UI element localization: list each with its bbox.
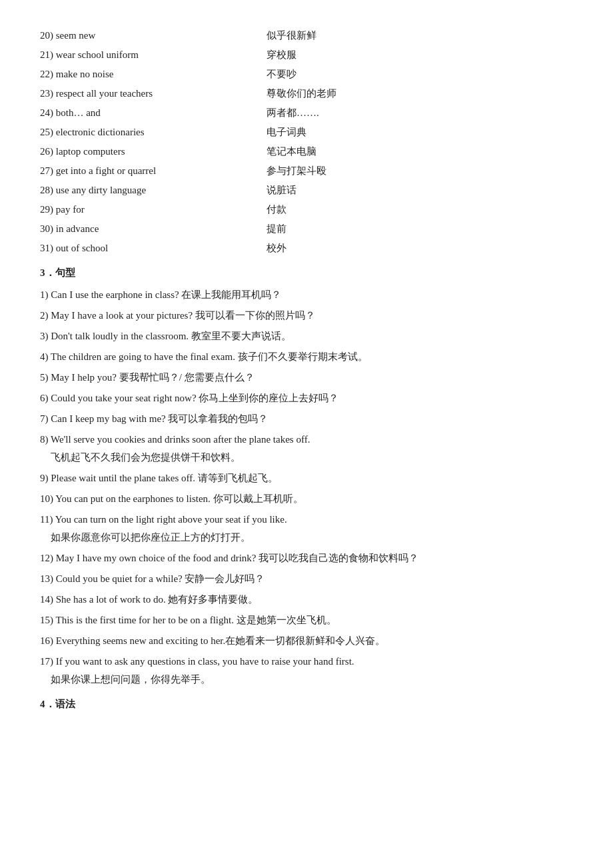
sentence-item: 15) This is the first time for her to be…	[40, 611, 573, 629]
vocab-row: 22) make no noise不要吵	[40, 65, 573, 83]
sentence-line1: 4) The children are going to have the fi…	[40, 348, 573, 366]
grammar-section: 4．语法	[40, 695, 573, 713]
vocab-row: 20) seem new似乎很新鲜	[40, 27, 573, 45]
sentence-line1: 10) You can put on the earphones to list…	[40, 490, 573, 508]
sentence-item: 4) The children are going to have the fi…	[40, 348, 573, 366]
sentences-section: 3．句型1) Can I use the earphone in class? …	[40, 264, 573, 689]
vocab-english: 22) make no noise	[40, 65, 267, 83]
sentence-item: 13) Could you be quiet for a while? 安静一会…	[40, 570, 573, 588]
sentence-line1: 12) May I have my own choice of the food…	[40, 549, 573, 567]
sentence-line1: 15) This is the first time for her to be…	[40, 611, 573, 629]
vocab-chinese: 笔记本电脑	[267, 143, 573, 161]
vocab-chinese: 穿校服	[267, 46, 573, 64]
vocab-chinese: 提前	[267, 220, 573, 238]
vocab-row: 25) electronic dictionaries电子词典	[40, 123, 573, 141]
sentence-line1: 11) You can turn on the light right abov…	[40, 511, 573, 529]
vocab-row: 27) get into a fight or quarrel参与打架斗殴	[40, 162, 573, 180]
sentence-line1: 2) May I have a look at your pictures? 我…	[40, 307, 573, 325]
vocab-chinese: 付款	[267, 201, 573, 219]
vocabulary-section: 20) seem new似乎很新鲜21) wear school uniform…	[40, 27, 573, 257]
sentence-line1: 16) Everything seems new and exciting to…	[40, 632, 573, 650]
sentence-line1: 3) Don't talk loudly in the classroom. 教…	[40, 327, 573, 345]
vocab-chinese: 电子词典	[267, 123, 573, 141]
vocab-row: 26) laptop computers笔记本电脑	[40, 143, 573, 161]
vocab-chinese: 校外	[267, 239, 573, 257]
vocab-row: 30) in advance提前	[40, 220, 573, 238]
vocab-chinese: 不要吵	[267, 65, 573, 83]
sentence-item: 3) Don't talk loudly in the classroom. 教…	[40, 327, 573, 345]
vocab-english: 25) electronic dictionaries	[40, 123, 267, 141]
section3-header: 3．句型	[40, 264, 573, 282]
section4-header: 4．语法	[40, 695, 573, 713]
vocab-english: 31) out of school	[40, 239, 267, 257]
sentence-line1: 13) Could you be quiet for a while? 安静一会…	[40, 570, 573, 588]
vocab-chinese: 参与打架斗殴	[267, 162, 573, 180]
sentence-line2: 如果你愿意你可以把你座位正上方的灯打开。	[40, 529, 573, 547]
vocab-row: 24) both… and两者都…….	[40, 104, 573, 122]
vocab-english: 30) in advance	[40, 220, 267, 238]
vocab-row: 28) use any dirty language说脏话	[40, 181, 573, 199]
sentence-item: 10) You can put on the earphones to list…	[40, 490, 573, 508]
sentence-line1: 14) She has a lot of work to do. 她有好多事情要…	[40, 591, 573, 609]
sentence-line2: 如果你课上想问问题，你得先举手。	[40, 671, 573, 689]
vocab-english: 26) laptop computers	[40, 143, 267, 161]
vocab-chinese: 尊敬你们的老师	[267, 85, 573, 103]
sentence-item: 11) You can turn on the light right abov…	[40, 511, 573, 547]
sentence-line1: 9) Please wait until the plane takes off…	[40, 469, 573, 487]
vocab-english: 28) use any dirty language	[40, 181, 267, 199]
sentence-item: 1) Can I use the earphone in class? 在课上我…	[40, 286, 573, 304]
vocab-row: 29) pay for付款	[40, 201, 573, 219]
sentence-item: 5) May I help you? 要我帮忙吗？/ 您需要点什么？	[40, 369, 573, 387]
sentence-line1: 1) Can I use the earphone in class? 在课上我…	[40, 286, 573, 304]
vocab-row: 31) out of school校外	[40, 239, 573, 257]
vocab-row: 23) respect all your teachers尊敬你们的老师	[40, 85, 573, 103]
sentence-item: 2) May I have a look at your pictures? 我…	[40, 307, 573, 325]
sentence-item: 9) Please wait until the plane takes off…	[40, 469, 573, 487]
vocab-row: 21) wear school uniform穿校服	[40, 46, 573, 64]
vocab-chinese: 两者都…….	[267, 104, 573, 122]
vocab-english: 29) pay for	[40, 201, 267, 219]
vocab-english: 24) both… and	[40, 104, 267, 122]
sentence-item: 7) Can I keep my bag with me? 我可以拿着我的包吗？	[40, 410, 573, 428]
sentence-line1: 7) Can I keep my bag with me? 我可以拿着我的包吗？	[40, 410, 573, 428]
sentence-line2: 飞机起飞不久我们会为您提供饼干和饮料。	[40, 449, 573, 467]
sentence-item: 17) If you want to ask any questions in …	[40, 653, 573, 689]
sentence-line1: 17) If you want to ask any questions in …	[40, 653, 573, 671]
sentence-item: 16) Everything seems new and exciting to…	[40, 632, 573, 650]
sentence-item: 14) She has a lot of work to do. 她有好多事情要…	[40, 591, 573, 609]
vocab-chinese: 似乎很新鲜	[267, 27, 573, 45]
sentence-line1: 5) May I help you? 要我帮忙吗？/ 您需要点什么？	[40, 369, 573, 387]
sentence-item: 8) We'll serve you cookies and drinks so…	[40, 431, 573, 467]
sentence-item: 6) Could you take your seat right now? 你…	[40, 389, 573, 407]
vocab-english: 21) wear school uniform	[40, 46, 267, 64]
vocab-chinese: 说脏话	[267, 181, 573, 199]
sentence-item: 12) May I have my own choice of the food…	[40, 549, 573, 567]
vocab-english: 27) get into a fight or quarrel	[40, 162, 267, 180]
sentence-line1: 6) Could you take your seat right now? 你…	[40, 389, 573, 407]
vocab-english: 20) seem new	[40, 27, 267, 45]
vocab-english: 23) respect all your teachers	[40, 85, 267, 103]
sentence-line1: 8) We'll serve you cookies and drinks so…	[40, 431, 573, 449]
